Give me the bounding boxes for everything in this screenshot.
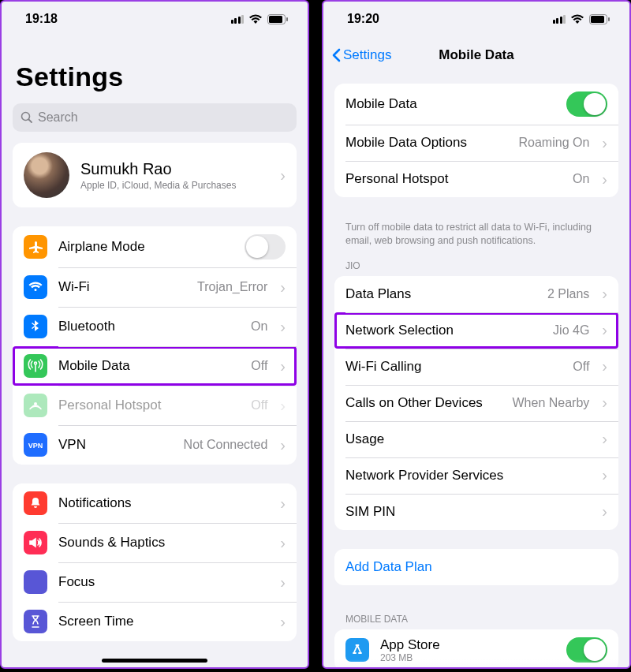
row-value: 2 Plans bbox=[547, 287, 589, 301]
screen-time-row[interactable]: Screen Time› bbox=[13, 602, 297, 641]
row-value: Off bbox=[573, 360, 589, 374]
wi-fi-row[interactable]: Wi-FiTrojan_Error› bbox=[13, 267, 297, 307]
row-label: Usage bbox=[345, 431, 384, 447]
app-store-usage: 203 MB bbox=[380, 652, 440, 663]
status-time: 19:20 bbox=[347, 12, 379, 26]
vpn-row[interactable]: VPNVPNNot Connected› bbox=[13, 425, 297, 465]
chevron-right-icon: › bbox=[602, 430, 607, 448]
nav-title: Mobile Data bbox=[439, 47, 513, 63]
notifications-row[interactable]: Notifications› bbox=[13, 483, 297, 523]
avatar bbox=[24, 152, 69, 198]
focus-row[interactable]: Focus› bbox=[13, 562, 297, 602]
search-icon bbox=[21, 111, 33, 124]
wi-fi-calling-row[interactable]: Wi-Fi CallingOff› bbox=[334, 349, 618, 385]
row-label: Sounds & Haptics bbox=[58, 535, 165, 551]
row-label: VPN bbox=[58, 437, 86, 453]
calls-on-other-devices-row[interactable]: Calls on Other DevicesWhen Nearby› bbox=[334, 385, 618, 421]
moon-icon bbox=[24, 570, 47, 594]
search-placeholder: Search bbox=[38, 110, 78, 125]
row-value: Off bbox=[251, 359, 267, 373]
chevron-right-icon: › bbox=[602, 466, 607, 484]
search-input[interactable]: Search bbox=[13, 103, 297, 132]
vpn-icon: VPN bbox=[24, 433, 47, 457]
chevron-right-icon: › bbox=[280, 436, 286, 454]
chevron-right-icon: › bbox=[280, 278, 286, 297]
status-bar: 19:18 bbox=[2, 2, 308, 36]
row-value: Roaming On bbox=[519, 136, 590, 150]
network-selection-row[interactable]: Network SelectionJio 4G› bbox=[334, 312, 618, 349]
battery-icon bbox=[589, 14, 610, 24]
sim-pin-row[interactable]: SIM PIN› bbox=[334, 494, 618, 530]
status-indicators bbox=[231, 14, 289, 24]
system-group: Notifications›Sounds & Haptics›Focus›Scr… bbox=[13, 483, 297, 641]
svg-rect-2 bbox=[286, 17, 288, 21]
row-label: Notifications bbox=[58, 495, 132, 511]
chevron-right-icon: › bbox=[602, 321, 607, 339]
cellular-signal-icon bbox=[231, 15, 245, 24]
add-data-plan-label: Add Data Plan bbox=[345, 559, 432, 575]
chevron-right-icon: › bbox=[602, 394, 607, 412]
chevron-right-icon: › bbox=[280, 318, 286, 336]
wifi-icon bbox=[24, 275, 47, 299]
connectivity-group: Airplane ModeWi-FiTrojan_Error›Bluetooth… bbox=[13, 226, 297, 465]
app-data-group: App Store 203 MB bbox=[334, 629, 618, 669]
chevron-right-icon: › bbox=[280, 613, 286, 631]
usage-row[interactable]: Usage› bbox=[334, 421, 618, 457]
back-button[interactable]: Settings bbox=[331, 47, 391, 63]
svg-rect-8 bbox=[591, 16, 604, 23]
add-plan-card: Add Data Plan bbox=[334, 549, 618, 585]
bell-icon bbox=[24, 491, 47, 515]
airplane-mode-row[interactable]: Airplane Mode bbox=[13, 226, 297, 267]
profile-card[interactable]: Sumukh Rao Apple ID, iCloud, Media & Pur… bbox=[13, 143, 297, 207]
svg-rect-1 bbox=[269, 16, 282, 23]
row-label: Wi-Fi bbox=[58, 279, 90, 295]
home-indicator[interactable] bbox=[102, 659, 207, 663]
app-store-label: App Store bbox=[380, 637, 440, 653]
row-value: Jio 4G bbox=[553, 323, 589, 338]
data-plans-row[interactable]: Data Plans2 Plans› bbox=[334, 276, 618, 312]
cellular-signal-icon bbox=[553, 15, 566, 24]
page-title: Settings bbox=[2, 36, 308, 99]
row-label: Network Selection bbox=[345, 323, 454, 338]
mobile-data-row[interactable]: Mobile DataOff› bbox=[13, 346, 297, 386]
app-store-row[interactable]: App Store 203 MB bbox=[334, 629, 618, 669]
toggle[interactable] bbox=[566, 91, 607, 117]
row-label: Screen Time bbox=[58, 614, 133, 629]
row-label: Personal Hotspot bbox=[345, 171, 448, 187]
row-label: Network Provider Services bbox=[345, 468, 503, 483]
chevron-right-icon: › bbox=[280, 166, 286, 185]
appstore-icon bbox=[345, 638, 369, 662]
settings-screen: 19:18 Settings Search Sumukh Rao Apple I… bbox=[0, 0, 309, 669]
mobile-data-top-group: Mobile DataMobile Data OptionsRoaming On… bbox=[334, 84, 618, 197]
row-label: SIM PIN bbox=[345, 504, 395, 520]
personal-hotspot-row[interactable]: Personal HotspotOff› bbox=[13, 386, 297, 425]
hotspot-icon bbox=[24, 394, 47, 417]
add-data-plan-row[interactable]: Add Data Plan bbox=[334, 549, 618, 585]
row-value: Trojan_Error bbox=[197, 280, 267, 294]
hourglass-icon bbox=[24, 610, 47, 633]
network-provider-services-row[interactable]: Network Provider Services› bbox=[334, 457, 618, 494]
bluetooth-icon bbox=[24, 315, 47, 338]
speaker-icon bbox=[24, 531, 47, 554]
sounds-haptics-row[interactable]: Sounds & Haptics› bbox=[13, 523, 297, 562]
chevron-left-icon bbox=[331, 48, 341, 62]
airplane-icon bbox=[24, 235, 47, 259]
row-value: Not Connected bbox=[184, 438, 268, 452]
mobile-data-screen: 19:20 Settings Mobile Data Mobile DataMo… bbox=[322, 0, 631, 669]
mobile-data-footnote: Turn off mobile data to restrict all dat… bbox=[323, 216, 629, 251]
chevron-right-icon: › bbox=[602, 170, 607, 189]
toggle[interactable] bbox=[245, 234, 286, 259]
row-label: Mobile Data bbox=[58, 358, 130, 374]
mobile-data-options-row[interactable]: Mobile Data OptionsRoaming On› bbox=[334, 125, 618, 161]
row-label: Calls on Other Devices bbox=[345, 395, 483, 411]
row-label: Airplane Mode bbox=[58, 239, 145, 255]
row-label: Personal Hotspot bbox=[58, 398, 161, 413]
personal-hotspot-row[interactable]: Personal HotspotOn› bbox=[334, 161, 618, 197]
row-value: On bbox=[573, 172, 589, 186]
back-label: Settings bbox=[343, 47, 391, 63]
chevron-right-icon: › bbox=[602, 502, 607, 521]
chevron-right-icon: › bbox=[280, 534, 286, 552]
bluetooth-row[interactable]: BluetoothOn› bbox=[13, 307, 297, 346]
app-store-toggle[interactable] bbox=[566, 637, 607, 663]
mobile-data-row[interactable]: Mobile Data bbox=[334, 84, 618, 125]
